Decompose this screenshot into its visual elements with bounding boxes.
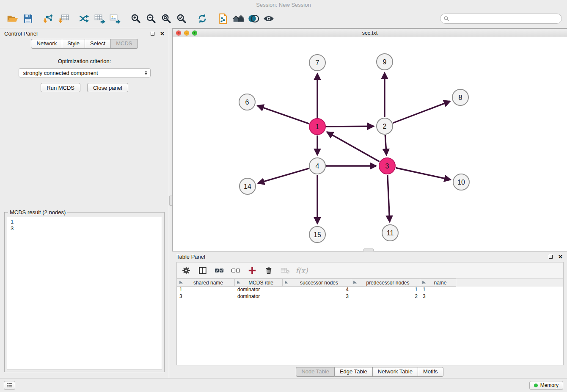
table-empty-area — [177, 300, 563, 365]
column-header-successor-nodes[interactable]: successor nodes — [283, 279, 351, 287]
window-title: Session: New Session — [0, 0, 567, 9]
function-builder-label: f(x) — [295, 266, 308, 275]
memory-status-icon — [534, 384, 538, 387]
minimize-window-button[interactable]: − — [184, 30, 189, 36]
graph-edge-2-8[interactable] — [393, 101, 450, 123]
run-mcds-button[interactable]: Run MCDS — [41, 83, 80, 92]
graph-edge-1-6[interactable] — [258, 106, 309, 124]
save-session-icon[interactable] — [20, 11, 36, 26]
graph-edge-3-1[interactable] — [327, 132, 380, 162]
tab-motifs[interactable]: Motifs — [418, 367, 443, 377]
import-table-icon[interactable] — [56, 11, 72, 26]
column-header-mcds-role[interactable]: MCDS role — [235, 279, 283, 287]
graph-node-7[interactable]: 7 — [309, 55, 325, 71]
close-table-panel-icon[interactable]: ✕ — [558, 254, 563, 259]
delete-columns-icon[interactable] — [264, 266, 274, 275]
network-document-icon[interactable] — [215, 11, 231, 26]
svg-text:6: 6 — [245, 99, 249, 106]
table-cell: 3 — [283, 293, 351, 300]
memory-button[interactable]: Memory — [529, 381, 563, 390]
deselect-all-icon[interactable] — [231, 266, 241, 275]
graph-edge-2-3[interactable] — [385, 135, 386, 155]
show-graphics-icon[interactable] — [261, 11, 276, 26]
table-toolbar: f(x) — [177, 262, 563, 279]
home-icon[interactable] — [231, 11, 246, 26]
table-header-row: shared nameMCDS rolesuccessor nodesprede… — [177, 279, 563, 287]
delete-table-icon[interactable] — [280, 266, 290, 275]
tab-mcds[interactable]: MCDS — [111, 39, 138, 49]
column-header-predecessor-nodes[interactable]: predecessor nodes — [351, 279, 420, 287]
graph-edge-3-10[interactable] — [396, 168, 451, 180]
visual-style-icon[interactable] — [246, 11, 261, 26]
export-table-icon[interactable] — [92, 11, 107, 26]
control-panel-title: Control Panel — [4, 30, 38, 37]
network-graph[interactable]: 7968124314101511 — [173, 37, 567, 251]
zoom-in-icon[interactable] — [128, 11, 143, 26]
zoom-selected-icon[interactable] — [174, 11, 189, 26]
graph-node-14[interactable]: 14 — [239, 178, 256, 194]
graph-node-1[interactable]: 1 — [309, 119, 325, 135]
svg-text:11: 11 — [387, 229, 394, 237]
graph-edge-1-2[interactable] — [326, 126, 374, 127]
tab-select[interactable]: Select — [85, 39, 111, 49]
tab-network[interactable]: Network — [31, 39, 62, 49]
function-builder-icon[interactable]: f(x) — [297, 266, 307, 275]
column-header-name[interactable]: name — [420, 279, 456, 287]
graph-node-6[interactable]: 6 — [239, 94, 255, 110]
graph-node-10[interactable]: 10 — [453, 174, 469, 190]
table-options-icon[interactable] — [181, 266, 191, 275]
table-splitter-grip[interactable] — [363, 248, 374, 251]
table-row[interactable]: 1dominator411 — [177, 287, 563, 293]
float-panel-icon[interactable] — [151, 32, 154, 36]
export-network-icon[interactable] — [77, 11, 92, 26]
select-all-icon[interactable] — [214, 266, 224, 275]
zoom-window-button[interactable]: + — [192, 30, 197, 36]
open-session-icon[interactable] — [5, 11, 20, 26]
graph-node-2[interactable]: 2 — [377, 118, 393, 134]
graph-node-3[interactable]: 3 — [379, 158, 395, 174]
table-cell: 4 — [283, 287, 351, 293]
panel-splitter-grip[interactable] — [169, 196, 172, 206]
task-history-button[interactable] — [4, 381, 15, 390]
show-columns-icon[interactable] — [198, 266, 208, 275]
close-window-button[interactable]: × — [176, 30, 181, 36]
graph-edge-3-11[interactable] — [388, 175, 390, 222]
zoom-out-icon[interactable] — [143, 11, 159, 26]
graph-node-15[interactable]: 15 — [309, 226, 325, 243]
table-row[interactable]: 3dominator323 — [177, 293, 563, 300]
zoom-fit-icon[interactable] — [159, 11, 174, 26]
mcds-result-list[interactable]: 13 — [7, 217, 162, 370]
memory-button-label: Memory — [540, 382, 559, 388]
network-window-title: scc.txt — [362, 30, 378, 36]
mcds-buttons-row: Run MCDS Close panel — [41, 83, 128, 92]
close-panel-icon[interactable]: ✕ — [160, 31, 165, 36]
close-panel-button[interactable]: Close panel — [87, 83, 128, 92]
svg-text:4: 4 — [316, 163, 319, 170]
tab-network-table[interactable]: Network Table — [373, 367, 418, 377]
column-header-shared-name[interactable]: shared name — [177, 279, 235, 287]
table-cell: dominator — [235, 287, 283, 293]
refresh-network-icon[interactable] — [195, 11, 210, 26]
tab-style[interactable]: Style — [62, 39, 85, 49]
svg-text:2: 2 — [383, 123, 387, 130]
mcds-result-title: MCDS result (2 nodes) — [8, 209, 67, 215]
export-image-icon[interactable] — [107, 11, 123, 26]
optimization-criterion-select[interactable]: strongly connected component — [19, 68, 151, 77]
tab-node-table[interactable]: Node Table — [296, 367, 335, 377]
table-cell: 2 — [351, 293, 420, 300]
search-input[interactable] — [440, 14, 562, 24]
network-canvas[interactable]: 7968124314101511 — [173, 37, 567, 251]
graph-node-11[interactable]: 11 — [382, 225, 398, 241]
graph-node-4[interactable]: 4 — [309, 158, 325, 174]
tab-edge-table[interactable]: Edge Table — [335, 367, 373, 377]
float-table-panel-icon[interactable] — [549, 255, 553, 259]
graph-node-9[interactable]: 9 — [377, 54, 393, 70]
control-panel-tabs: NetworkStyleSelectMCDS — [0, 39, 169, 49]
graph-edge-4-14[interactable] — [258, 168, 309, 183]
import-network-icon[interactable] — [41, 11, 56, 26]
main-toolbar — [0, 9, 567, 28]
table-panel: Table Panel ✕ f(x) shared nameMCDS roles… — [172, 251, 567, 378]
graph-node-8[interactable]: 8 — [452, 89, 468, 105]
new-column-icon[interactable] — [247, 266, 257, 275]
table-panel-tabs: Node TableEdge TableNetwork TableMotifs — [172, 365, 567, 378]
